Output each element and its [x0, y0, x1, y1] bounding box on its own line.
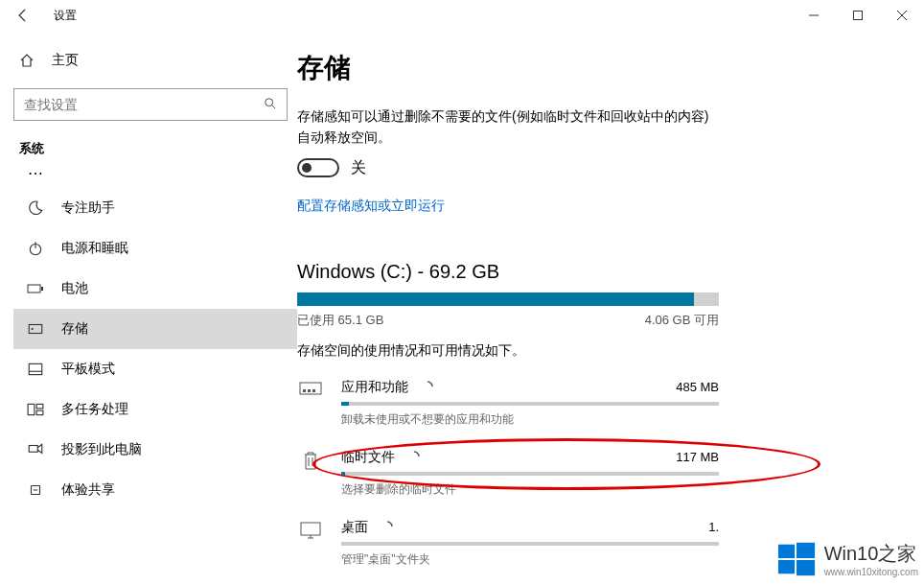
- svg-rect-15: [29, 446, 37, 453]
- nav-label: 多任务处理: [61, 401, 128, 418]
- project-icon: [27, 441, 44, 458]
- multitask-icon: [27, 401, 44, 418]
- cat-name: 应用和功能: [341, 379, 408, 396]
- svg-rect-13: [36, 404, 43, 409]
- back-button[interactable]: [0, 0, 46, 31]
- nav-item-storage[interactable]: 存储: [13, 309, 297, 349]
- nav-icon: ⋯: [27, 169, 44, 181]
- tablet-icon: [27, 361, 44, 378]
- nav-label: 专注助手: [61, 199, 115, 217]
- main-content: 存储 存储感知可以通过删除不需要的文件(例如临时文件和回收站中的内容)自动释放空…: [297, 31, 924, 585]
- cat-bar: [341, 472, 719, 476]
- svg-line-3: [272, 105, 276, 108]
- cat-size: 1.: [708, 520, 719, 534]
- nav-item-battery[interactable]: 电池: [13, 269, 297, 309]
- toggle-label: 关: [351, 158, 366, 178]
- home-label: 主页: [52, 52, 79, 69]
- nav-item-project[interactable]: 投影到此电脑: [13, 430, 297, 470]
- cat-sub: 选择要删除的临时文件: [341, 481, 719, 498]
- loading-spinner-icon: [422, 379, 433, 396]
- nav-item-tablet[interactable]: 平板模式: [13, 349, 297, 389]
- svg-rect-12: [28, 404, 35, 414]
- moon-icon: [27, 199, 44, 217]
- search-field[interactable]: [24, 97, 264, 112]
- cat-sub: 卸载未使用或不想要的应用和功能: [341, 411, 719, 428]
- svg-rect-17: [303, 389, 306, 392]
- svg-rect-10: [29, 363, 42, 374]
- cat-name: 桌面: [341, 519, 368, 536]
- nav-label: 投影到此电脑: [61, 441, 142, 458]
- nav-label: 平板模式: [61, 361, 115, 378]
- loading-spinner-icon: [408, 449, 420, 466]
- nav-item-focus[interactable]: 专注助手: [13, 188, 297, 228]
- nav-label: 电池: [61, 280, 88, 297]
- desktop-icon: [297, 519, 324, 542]
- nav-label: 存储: [61, 320, 88, 338]
- loading-spinner-icon: [381, 519, 393, 536]
- nav-label: 电源和睡眠: [61, 240, 128, 257]
- cat-bar: [341, 542, 719, 546]
- svg-rect-1: [854, 12, 863, 20]
- svg-rect-23: [778, 545, 795, 558]
- svg-rect-24: [797, 543, 815, 558]
- nav-item-partial[interactable]: ⋯: [13, 169, 297, 188]
- configure-link[interactable]: 配置存储感知或立即运行: [297, 198, 901, 215]
- battery-icon: [27, 280, 44, 297]
- category-temp[interactable]: 临时文件 117 MB 选择要删除的临时文件: [297, 449, 719, 498]
- apps-icon: [297, 379, 324, 402]
- drive-usage-bar: [297, 292, 719, 306]
- search-input[interactable]: [13, 88, 288, 121]
- svg-rect-25: [778, 560, 795, 573]
- category-desktop[interactable]: 桌面 1. 管理"桌面"文件夹: [297, 519, 719, 568]
- nav-item-share[interactable]: 体验共享: [13, 470, 297, 510]
- home-icon: [19, 53, 35, 68]
- nav-item-power[interactable]: 电源和睡眠: [13, 228, 297, 269]
- close-button[interactable]: [880, 0, 924, 31]
- svg-rect-26: [797, 560, 815, 575]
- svg-rect-19: [312, 389, 315, 392]
- svg-point-9: [32, 328, 34, 330]
- svg-rect-7: [41, 287, 43, 291]
- svg-rect-8: [29, 325, 42, 334]
- cat-size: 485 MB: [676, 380, 719, 394]
- category-apps[interactable]: 应用和功能 485 MB 卸载未使用或不想要的应用和功能: [297, 379, 719, 428]
- svg-point-2: [266, 98, 273, 105]
- storage-sense-toggle[interactable]: [297, 158, 339, 177]
- svg-rect-6: [28, 285, 40, 292]
- storage-sense-desc: 存储感知可以通过删除不需要的文件(例如临时文件和回收站中的内容)自动释放空间。: [297, 105, 719, 149]
- watermark: Win10之家 www.win10xitong.com: [776, 539, 918, 579]
- page-title: 存储: [297, 50, 901, 86]
- home-link[interactable]: 主页: [13, 44, 297, 77]
- power-icon: [27, 240, 44, 257]
- cat-sub: 管理"桌面"文件夹: [341, 551, 719, 568]
- trash-icon: [297, 449, 324, 472]
- drive-title: Windows (C:) - 69.2 GB: [297, 261, 901, 283]
- cat-name: 临时文件: [341, 449, 395, 466]
- watermark-brand: Win10之家: [824, 541, 918, 567]
- svg-rect-20: [301, 523, 320, 535]
- nav-item-multitask[interactable]: 多任务处理: [13, 389, 297, 430]
- used-label: 已使用 65.1 GB: [297, 312, 383, 329]
- minimize-button[interactable]: [792, 0, 836, 31]
- group-title: 系统: [13, 138, 297, 165]
- nav-label: 体验共享: [61, 481, 115, 499]
- usage-text: 存储空间的使用情况和可用情况如下。: [297, 342, 901, 360]
- maximize-button[interactable]: [836, 0, 880, 31]
- search-icon: [264, 97, 277, 113]
- svg-rect-14: [36, 410, 43, 415]
- share-icon: [27, 481, 44, 499]
- cat-size: 117 MB: [676, 450, 719, 464]
- windows-logo-icon: [776, 539, 817, 579]
- free-label: 4.06 GB 可用: [645, 312, 719, 329]
- window-title: 设置: [54, 8, 77, 24]
- cat-bar: [341, 402, 719, 406]
- svg-rect-18: [308, 389, 311, 392]
- svg-rect-16: [300, 383, 321, 394]
- drive-usage-fill: [297, 292, 694, 306]
- storage-icon: [27, 320, 44, 338]
- sidebar: 主页 系统 ⋯ 专注助手 电源和睡眠 电池: [0, 31, 297, 585]
- watermark-url: www.win10xitong.com: [824, 567, 918, 577]
